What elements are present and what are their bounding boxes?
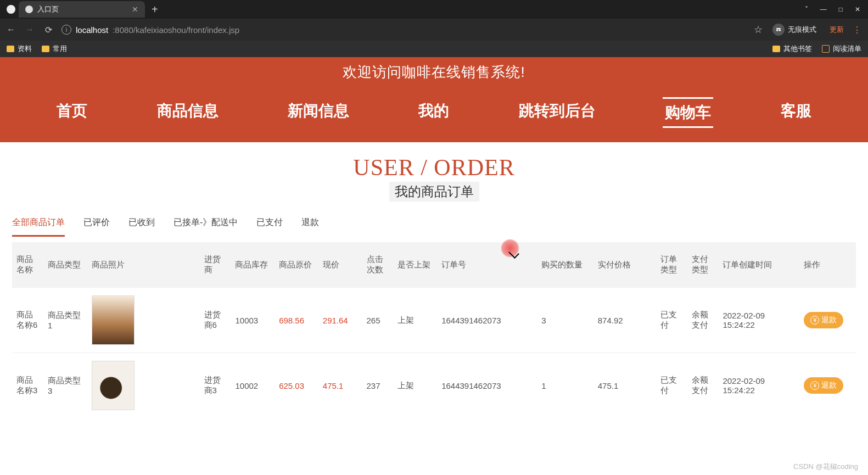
refund-label: 退款: [821, 381, 837, 390]
menu-icon[interactable]: ⋮: [852, 24, 863, 35]
browser-tabbar: 入口页 ✕ + ˅ — □ ✕: [0, 0, 868, 19]
site-info-icon[interactable]: i: [61, 25, 71, 35]
tab-paid[interactable]: 已支付: [256, 217, 283, 237]
nav-news[interactable]: 新闻信息: [285, 97, 351, 128]
product-image: [92, 295, 135, 345]
nav-admin[interactable]: 跳转到后台: [517, 97, 598, 128]
col-clicks: 点击次数: [362, 242, 394, 288]
cell-paytype: 余额支付: [687, 288, 719, 353]
table-row: 商品名称3 商品类型3 进货商3 10002 625.03 475.1 237 …: [12, 353, 856, 418]
folder-icon: [42, 46, 49, 52]
cell-type: 商品类型3: [43, 353, 87, 418]
tab-leading-icon: [7, 5, 15, 14]
svg-point-1: [779, 29, 781, 31]
cell-photo: [87, 353, 200, 418]
window-maximize-icon[interactable]: □: [839, 5, 843, 13]
cell-orig-price: 698.56: [275, 288, 318, 353]
incognito-label: 无痕模式: [788, 25, 816, 35]
svg-point-0: [776, 29, 779, 31]
cell-orderno: 1644391462073: [437, 288, 537, 353]
col-orig-price: 商品原价: [275, 242, 318, 288]
cell-name: 商品名称6: [12, 288, 43, 353]
cell-type: 商品类型1: [43, 288, 87, 353]
browser-chrome: 入口页 ✕ + ˅ — □ ✕ ← → ⟳ i localhost:8080/k…: [0, 0, 868, 57]
cell-ordertype: 已支付: [656, 288, 687, 353]
close-icon[interactable]: ✕: [132, 5, 138, 14]
cell-supplier: 进货商3: [200, 353, 231, 418]
refund-button[interactable]: ¥退款: [804, 377, 843, 394]
page-title-cn: 我的商品订单: [389, 182, 479, 202]
orders-table: 商品名称 商品类型 商品照片 进货商 商品库存 商品原价 现价 点击次数 是否上…: [12, 242, 856, 418]
cell-clicks: 265: [362, 288, 394, 353]
globe-icon: [25, 5, 33, 13]
tab-reviewed[interactable]: 已评价: [83, 217, 110, 237]
tab-received[interactable]: 已收到: [128, 217, 155, 237]
bookmark-star-icon[interactable]: ☆: [754, 24, 763, 36]
cell-onshelf: 上架: [393, 353, 437, 418]
cell-onshelf: 上架: [393, 288, 437, 353]
page-title-block: USER / ORDER 我的商品订单: [0, 154, 868, 202]
url-input[interactable]: i localhost:8080/kafeixiaoshou/front/ind…: [61, 25, 746, 35]
folder-icon: [7, 46, 14, 52]
col-ctime: 订单创建时间: [718, 242, 799, 288]
table-header: 商品名称 商品类型 商品照片 进货商 商品库存 商品原价 现价 点击次数 是否上…: [12, 242, 856, 288]
incognito-icon: [772, 24, 785, 36]
cell-paytype: 余额支付: [687, 353, 719, 418]
reading-list[interactable]: 阅读清单: [822, 44, 861, 54]
browser-addressbar: ← → ⟳ i localhost:8080/kafeixiaoshou/fro…: [0, 19, 868, 41]
url-path: :8080/kafeixiaoshou/front/index.jsp: [113, 25, 239, 35]
cell-qty: 1: [537, 353, 593, 418]
cell-ctime: 2022-02-09 15:24:22: [718, 288, 799, 353]
bookmark-label: 常用: [53, 44, 67, 54]
bookmark-folder[interactable]: 资料: [7, 44, 32, 54]
cell-paid: 874.92: [593, 288, 656, 353]
welcome-banner: 欢迎访问咖啡在线销售系统!: [0, 57, 868, 90]
watermark: CSDN @花椒coding: [793, 462, 858, 472]
update-button[interactable]: 更新: [830, 25, 844, 35]
tab-refund[interactable]: 退款: [301, 217, 319, 237]
other-bookmarks[interactable]: 其他书签: [772, 44, 812, 54]
order-tabs: 全部商品订单 已评价 已收到 已接单-》配送中 已支付 退款: [0, 202, 868, 237]
folder-icon: [772, 46, 780, 52]
forward-icon[interactable]: →: [24, 24, 35, 35]
nav-home[interactable]: 首页: [54, 97, 89, 128]
cell-qty: 3: [537, 288, 593, 353]
col-photo: 商品照片: [87, 242, 200, 288]
refund-button[interactable]: ¥退款: [804, 312, 843, 328]
cell-op: ¥退款: [799, 353, 856, 418]
incognito-indicator[interactable]: 无痕模式: [772, 24, 816, 36]
tab-title: 入口页: [37, 4, 59, 14]
col-op: 操作: [799, 242, 856, 288]
cell-clicks: 237: [362, 353, 394, 418]
nav-cart[interactable]: 购物车: [663, 97, 713, 128]
page-title-en: USER / ORDER: [0, 154, 868, 181]
bookmark-folder[interactable]: 常用: [42, 44, 67, 54]
new-tab-button[interactable]: +: [145, 3, 165, 16]
orders-table-wrap: 商品名称 商品类型 商品照片 进货商 商品库存 商品原价 现价 点击次数 是否上…: [12, 242, 856, 418]
list-icon: [822, 45, 830, 53]
nav-service[interactable]: 客服: [779, 97, 814, 128]
nav-mine[interactable]: 我的: [416, 97, 451, 128]
window-minimize-icon[interactable]: —: [820, 5, 827, 13]
tab-shipping[interactable]: 已接单-》配送中: [173, 217, 238, 237]
yen-icon: ¥: [810, 381, 819, 390]
reload-icon[interactable]: ⟳: [43, 24, 54, 35]
window-chevron-icon[interactable]: ˅: [805, 5, 808, 13]
cell-ordertype: 已支付: [656, 353, 687, 418]
tab-all-orders[interactable]: 全部商品订单: [12, 217, 65, 237]
cell-ctime: 2022-02-09 15:24:22: [718, 353, 799, 418]
cell-supplier: 进货商6: [200, 288, 231, 353]
cell-name: 商品名称3: [12, 353, 43, 418]
other-bookmarks-label: 其他书签: [783, 44, 812, 54]
url-host: localhost: [76, 25, 108, 35]
browser-tab[interactable]: 入口页 ✕: [19, 1, 145, 18]
cell-paid: 475.1: [593, 353, 656, 418]
nav-products[interactable]: 商品信息: [155, 97, 221, 128]
back-icon[interactable]: ←: [5, 24, 16, 35]
col-supplier: 进货商: [200, 242, 231, 288]
window-close-icon[interactable]: ✕: [855, 5, 860, 13]
col-paytype: 支付类型: [687, 242, 719, 288]
bookmark-label: 资料: [18, 44, 32, 54]
product-image: [92, 361, 135, 410]
col-ordertype: 订单类型: [656, 242, 687, 288]
